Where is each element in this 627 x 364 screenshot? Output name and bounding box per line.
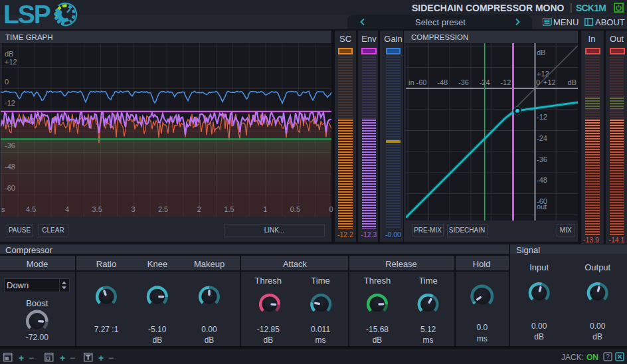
svg-text:LSP: LSP	[3, 1, 50, 29]
svg-text:?: ?	[606, 353, 610, 361]
